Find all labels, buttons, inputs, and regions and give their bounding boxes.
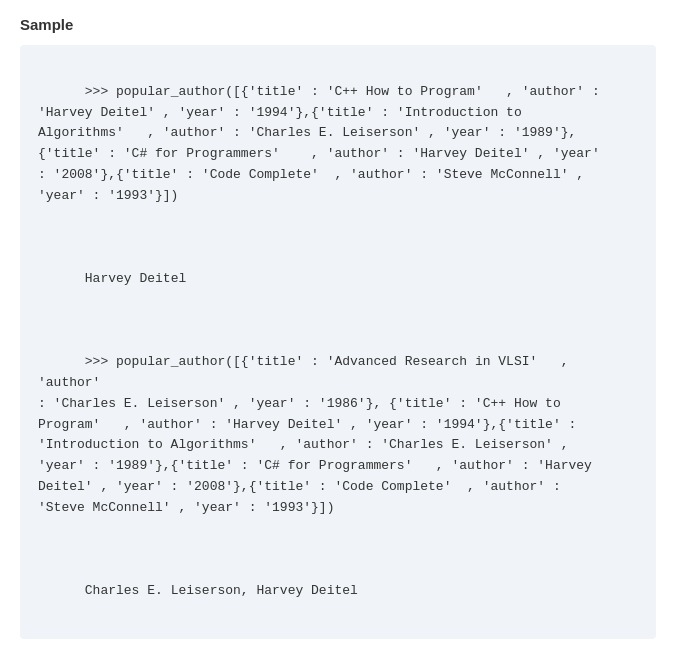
- code-line-2: >>> popular_author([{'title' : 'Advanced…: [38, 354, 592, 515]
- code-block-1: >>> popular_author([{'title' : 'C++ How …: [20, 45, 656, 639]
- code-line-1: >>> popular_author([{'title' : 'C++ How …: [38, 84, 600, 203]
- code-output-1: Harvey Deitel: [85, 271, 186, 286]
- code-output-2: Charles E. Leiserson, Harvey Deitel: [85, 583, 358, 598]
- sample-title: Sample: [20, 16, 656, 33]
- sample-section: Sample >>> popular_author([{'title' : 'C…: [20, 16, 656, 639]
- page-container: Sample >>> popular_author([{'title' : 'C…: [0, 0, 676, 658]
